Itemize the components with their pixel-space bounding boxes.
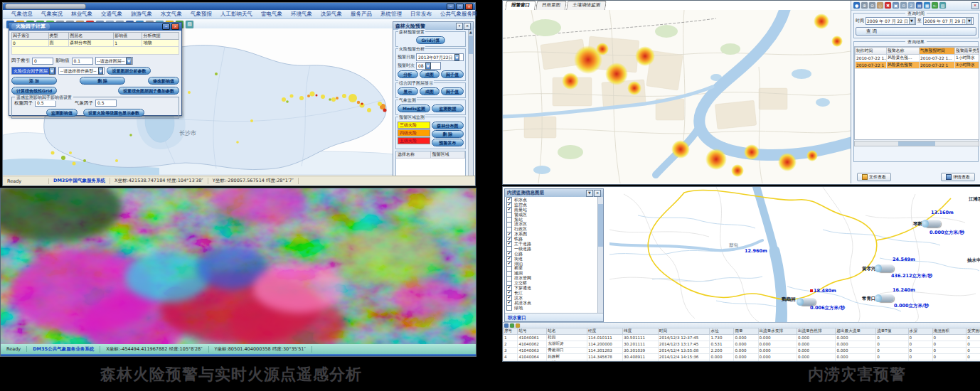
result-row[interactable]: 2010-07-22 1...风险黄色预...2010-07-22 1...1小… (856, 55, 980, 62)
color-params-button[interactable]: 设置火险等级颜色显示参数 (83, 109, 144, 117)
waterlog-map[interactable]: 蔡甸 12.960m 琴断口 13.160m 0.000立方米/秒 黄孝河 24… (503, 187, 980, 322)
station-col-header[interactable]: 站号 (518, 328, 547, 335)
menu-item[interactable]: 气象信息 (7, 11, 37, 18)
analysis-button[interactable]: 分析 (398, 70, 418, 78)
dialog-titlebar[interactable]: 火险因子计算 − × (9, 23, 181, 31)
refresh-icon[interactable] (504, 323, 508, 328)
layers-icon[interactable]: ▤ (916, 2, 922, 9)
add-button[interactable]: 添 加 (11, 77, 57, 85)
calc-grid-button[interactable]: 计算综合线性Grid (11, 87, 57, 95)
panel-close-icon[interactable]: × (971, 2, 979, 9)
detail-view-button[interactable]: 详情查看 (941, 173, 975, 181)
menu-item[interactable]: 决策气象 (316, 11, 346, 18)
impact-field[interactable]: 0.1 (72, 58, 93, 65)
layer-scrollbar[interactable] (597, 197, 603, 313)
zoom-in-icon[interactable]: ⊕ (861, 2, 868, 9)
grid-calc-button[interactable]: Grid计算 (416, 36, 444, 44)
tab-daily-rain[interactable]: 日雨量图 (536, 1, 567, 10)
layer-checkbox[interactable] (506, 305, 512, 311)
monitor-button[interactable]: Modis监测 (398, 105, 430, 112)
date-from-picker[interactable]: 2009 年 07 月 22 日▼ (866, 17, 916, 25)
minimize-button[interactable]: − (447, 4, 454, 10)
date-to-picker[interactable]: 2009 年 07 月 29 日▼ (923, 17, 974, 25)
overlay-params-button[interactable]: 设置综合图层因子叠加参数 (118, 87, 179, 95)
menu-item[interactable]: 环境气象 (287, 11, 316, 18)
station-col-header[interactable]: 淹没面积 (932, 328, 966, 335)
station-row[interactable]: 141040061桂园114.01011130.501111 2014/12/3… (504, 335, 980, 341)
analysis-button[interactable]: 因子值 (441, 70, 464, 78)
close-button[interactable]: × (465, 4, 473, 10)
operation-select[interactable]: --请选择操作类型--▼ (58, 67, 105, 75)
meteo-field[interactable]: 0.5 (95, 100, 117, 107)
layer-combo[interactable]: 火险综合因子图层▼ (11, 67, 56, 75)
factor-row[interactable]: 0面 森林分布图1 地物 (12, 40, 179, 47)
dual-view-icon[interactable]: 2 (908, 2, 915, 9)
warning-date-select[interactable]: 2013年07月22日▼ (416, 53, 464, 61)
result-col-header[interactable]: 预警名称 (887, 48, 920, 55)
station-col-header[interactable]: 经度 (587, 328, 623, 335)
identify-icon[interactable]: ⊙ (900, 2, 907, 9)
menu-item[interactable]: 服务产品 (346, 11, 376, 18)
warning-area-grid[interactable]: 选择名称预警区域 (395, 151, 466, 176)
image-export-icon[interactable]: ▧ (939, 2, 946, 9)
result-col-header[interactable]: 预警雨量类型 (955, 48, 980, 55)
layers-close-icon[interactable]: × (594, 190, 601, 197)
menu-item[interactable]: 林业气象 (67, 11, 97, 18)
collapse-icon[interactable]: ▼ (586, 190, 593, 197)
filter-icon[interactable] (516, 323, 520, 328)
remote-sensing-image[interactable] (1, 188, 476, 344)
ponding-window-link[interactable]: 积水窗口 (505, 313, 603, 321)
panel-close-icon[interactable]: × (464, 23, 471, 30)
menu-item[interactable]: 气象实况 (37, 11, 67, 18)
station-col-header[interactable]: 水深 (908, 328, 932, 335)
modify-button[interactable]: 修改影响值 (148, 77, 179, 85)
analysis-button[interactable]: 成图 (420, 70, 440, 78)
station-col-header[interactable]: 序号 (504, 328, 518, 335)
file-view-button[interactable]: 文件查看 (857, 173, 891, 181)
menu-item[interactable]: 交通气象 (97, 11, 127, 18)
menu-item[interactable]: 气象预报 (186, 11, 216, 18)
station-row[interactable]: 241040062东湖听涛114.20000030.201111 2014/12… (504, 341, 980, 348)
monitor-impact-button[interactable]: 监测影响值 (46, 109, 78, 117)
station-col-header[interactable]: 超出最大流量 (836, 328, 876, 335)
layer-item[interactable]: 绿地 (506, 306, 598, 311)
warning-time-select[interactable]: 08▼ (416, 62, 441, 70)
dialog-minimize-button[interactable]: − (162, 23, 170, 30)
globe-icon[interactable]: ● (853, 2, 860, 9)
factor-index-field[interactable]: 0 (32, 58, 53, 65)
menu-item[interactable]: 雷电气象 (257, 11, 287, 18)
pan-hand-icon[interactable]: ◇ (877, 2, 883, 9)
station-col-header[interactable]: 时间 (658, 328, 710, 335)
station-col-header[interactable]: 出流量自然排 (797, 328, 835, 335)
tab-alarm-window[interactable]: 报警窗口 (505, 1, 536, 10)
menu-item[interactable]: 水文气象 (156, 11, 186, 18)
result-row[interactable]: 2010-07-22 1风险黄色预警2010-07-22 13小时降水admin (856, 62, 980, 69)
station-row[interactable]: 541040065琴断口113.10564430.306157 2014/12/… (504, 360, 980, 362)
display-button[interactable]: 因子值 (441, 87, 464, 95)
station-col-header[interactable]: 流量T值 (876, 328, 908, 335)
display-button[interactable]: 显示 (398, 87, 418, 95)
map-view-icon[interactable]: ▦ (924, 2, 930, 9)
query-button[interactable]: 查 询 (856, 27, 976, 36)
back-icon[interactable]: ← (932, 2, 938, 9)
station-table-container[interactable]: 序号站号站名经度纬度时间水位雨量出流量水泵排出流量自然排超出最大流量流量T值水深… (503, 328, 980, 361)
result-col-header[interactable]: 气象预报时间 (920, 48, 955, 55)
station-col-header[interactable]: 站名 (547, 328, 587, 335)
station-col-header[interactable]: 纬度 (622, 328, 658, 335)
pin-icon[interactable]: ▾ (456, 23, 463, 30)
station-col-header[interactable]: 出流量水泵排 (758, 328, 797, 335)
menu-item[interactable]: 人工影响天气 (216, 11, 257, 18)
area-button[interactable]: 森林分布图 (432, 122, 464, 129)
menu-item[interactable]: 旅游气象 (127, 11, 156, 18)
display-button[interactable]: 成图 (420, 87, 440, 95)
maximize-button[interactable]: □ (456, 4, 464, 10)
image-export-icon[interactable]: ▧ (186, 21, 193, 28)
layer-select[interactable]: --请选择图层--▼ (95, 57, 134, 65)
zoom-out-icon[interactable]: ⊖ (869, 2, 875, 9)
dialog-close-button[interactable]: × (171, 23, 179, 30)
tab-soil-moisture[interactable]: 土壤墒情监测 (566, 1, 607, 10)
result-hscrollbar[interactable] (854, 141, 979, 146)
menu-item[interactable]: 日常发布 (406, 11, 436, 18)
panel-scrollbar[interactable]: ▲▼ (468, 30, 473, 181)
result-col-header[interactable]: 制作时间 (856, 48, 887, 55)
